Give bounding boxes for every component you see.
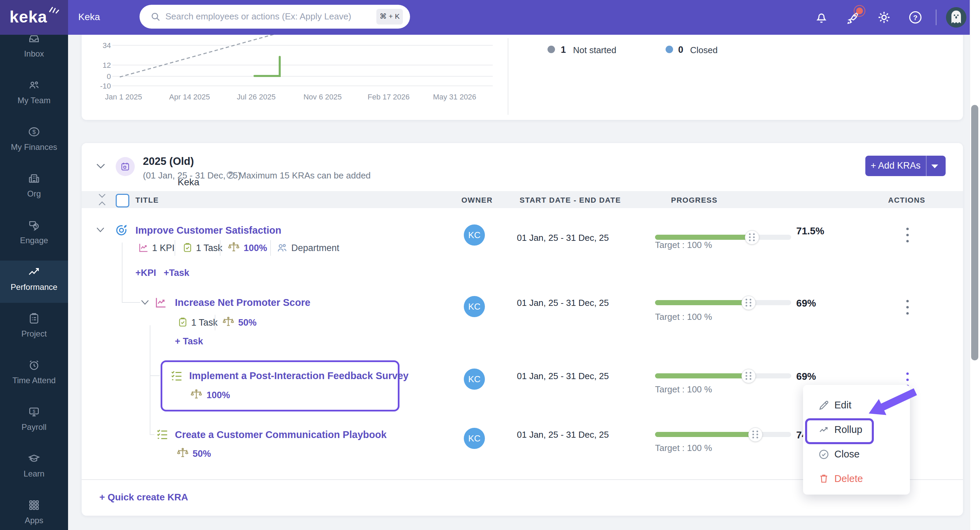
y-tick: 0 bbox=[92, 72, 111, 81]
header-divider bbox=[936, 10, 937, 25]
owner-avatar[interactable]: KC bbox=[464, 225, 485, 246]
row-actions-kebab-icon[interactable] bbox=[903, 298, 912, 317]
expected-progress-dashed-line bbox=[120, 35, 277, 77]
section-max-note: Maximum 15 KRAs can be added bbox=[239, 170, 371, 181]
team-icon bbox=[27, 79, 40, 92]
rocket-badge-dot bbox=[853, 4, 866, 18]
row-dates: 01 Jan, 25 - 31 Dec, 25 bbox=[517, 371, 609, 382]
kra-title-link[interactable]: Improve Customer Satisfaction bbox=[135, 225, 282, 236]
weight-scale-icon bbox=[176, 447, 189, 460]
checklist-icon bbox=[156, 428, 169, 441]
progress-drag-handle[interactable] bbox=[741, 369, 756, 383]
sidebar-item-time-attend[interactable]: Time Attend bbox=[0, 354, 68, 396]
user-avatar[interactable] bbox=[946, 7, 966, 27]
tree-line bbox=[150, 325, 150, 435]
add-task-link[interactable]: + Task bbox=[175, 336, 203, 347]
x-tick: Feb 17 2026 bbox=[361, 93, 416, 102]
settings-gear-icon[interactable] bbox=[877, 10, 891, 25]
global-search[interactable]: Search employees or actions (Ex: Apply L… bbox=[140, 5, 410, 29]
task-title-link[interactable]: Create a Customer Communication Playbook bbox=[175, 429, 387, 441]
sidebar-item-apps[interactable]: Apps bbox=[0, 494, 68, 530]
kpi-title-link[interactable]: Increase Net Promoter Score bbox=[175, 297, 310, 308]
weight-value: 100% bbox=[207, 390, 230, 401]
sidebar-item-engage[interactable]: Engage bbox=[0, 214, 68, 256]
notifications-bell-icon[interactable] bbox=[814, 10, 829, 25]
meta-separator bbox=[215, 315, 215, 330]
grad-cap-icon bbox=[27, 452, 40, 465]
sidebar-item-performance[interactable]: Performance bbox=[0, 260, 68, 303]
help-icon[interactable]: ? bbox=[908, 10, 923, 25]
row-actions-kebab-icon[interactable] bbox=[903, 225, 912, 244]
select-all-checkbox[interactable] bbox=[116, 194, 129, 208]
alarm-clock-icon bbox=[27, 359, 40, 372]
row-expand-chevron-icon[interactable] bbox=[140, 299, 150, 305]
task-count: 1 Task bbox=[196, 243, 223, 254]
trend-up-icon bbox=[27, 265, 40, 278]
chart-gridlines bbox=[112, 45, 493, 86]
kpi-chart-icon bbox=[138, 242, 150, 254]
x-tick: Jan 1 2025 bbox=[96, 93, 151, 102]
logo-spark-icon bbox=[47, 4, 60, 16]
stray-tooltip-text: Keka bbox=[178, 177, 199, 188]
building-icon bbox=[27, 172, 40, 185]
menu-delete-label: Delete bbox=[834, 473, 863, 484]
info-icon[interactable] bbox=[226, 171, 235, 179]
progress-drag-handle[interactable] bbox=[745, 230, 759, 244]
section-collapse-chevron-icon[interactable] bbox=[96, 163, 105, 170]
y-tick: 12 bbox=[92, 61, 111, 70]
top-header-bar: keka Keka Search employees or actions (E… bbox=[0, 0, 980, 35]
progress-fill bbox=[655, 235, 752, 240]
weight-scale-icon bbox=[227, 241, 240, 254]
progress-percent: 71.5% bbox=[796, 225, 824, 237]
owner-avatar[interactable]: KC bbox=[464, 296, 485, 317]
x-tick: May 31 2026 bbox=[427, 93, 482, 102]
progress-fill bbox=[655, 373, 749, 378]
progress-fill bbox=[655, 432, 756, 437]
owner-avatar[interactable]: KC bbox=[464, 369, 485, 390]
progress-target: Target : 100 % bbox=[655, 443, 712, 453]
sidebar-item-my-team[interactable]: My Team bbox=[0, 74, 68, 116]
svg-text:$: $ bbox=[33, 409, 35, 414]
weight-scale-icon bbox=[190, 388, 203, 401]
search-placeholder: Search employees or actions (Ex: Apply L… bbox=[165, 11, 351, 22]
weight-value: 100% bbox=[243, 243, 267, 254]
pencil-icon bbox=[818, 399, 830, 411]
row-expand-chevron-icon[interactable] bbox=[96, 227, 105, 233]
add-task-link[interactable]: +Task bbox=[164, 268, 189, 278]
add-kras-dropdown-caret-icon[interactable] bbox=[931, 164, 938, 168]
quick-create-kra-link[interactable]: + Quick create KRA bbox=[99, 492, 188, 503]
col-progress: PROGRESS bbox=[671, 196, 718, 205]
y-tick: -10 bbox=[92, 82, 111, 91]
logo-box[interactable]: keka bbox=[0, 0, 68, 35]
task-title-link[interactable]: Implement a Post-Interaction Feedback Su… bbox=[189, 370, 409, 382]
svg-text:?: ? bbox=[913, 14, 918, 21]
legend-not-started-count: 1 bbox=[561, 45, 566, 55]
progress-drag-handle[interactable] bbox=[741, 296, 756, 310]
add-kras-button[interactable]: + Add KRAs bbox=[865, 156, 946, 176]
sidebar-item-project[interactable]: Project bbox=[0, 307, 68, 350]
collapse-all-icon[interactable] bbox=[98, 193, 107, 206]
add-kpi-link[interactable]: +KPI bbox=[135, 268, 156, 278]
sidebar-item-org[interactable]: Org bbox=[0, 167, 68, 209]
sidebar: Inbox My Team $ My Finances Org bbox=[0, 35, 68, 530]
tree-line bbox=[122, 302, 140, 303]
progress-track bbox=[655, 373, 791, 378]
scrollbar-thumb[interactable] bbox=[971, 105, 978, 360]
kpi-count: 1 KPI bbox=[152, 243, 175, 254]
menu-close-label: Close bbox=[834, 449, 859, 460]
goal-cycle-badge bbox=[116, 157, 135, 176]
sidebar-item-my-finances[interactable]: $ My Finances bbox=[0, 121, 68, 163]
menu-item-close[interactable]: Close bbox=[810, 444, 903, 464]
tree-line bbox=[122, 243, 123, 303]
menu-item-delete[interactable]: Delete bbox=[810, 469, 903, 489]
progress-drag-handle[interactable] bbox=[748, 428, 762, 442]
meta-separator bbox=[220, 240, 221, 256]
svg-text:$: $ bbox=[32, 128, 36, 135]
progress-target: Target : 100 % bbox=[655, 312, 712, 322]
owner-avatar[interactable]: KC bbox=[464, 428, 485, 449]
row-dates: 01 Jan, 25 - 31 Dec, 25 bbox=[517, 298, 609, 308]
sidebar-item-learn[interactable]: Learn bbox=[0, 447, 68, 490]
section-title: 2025 (Old) bbox=[143, 155, 194, 168]
weight-value: 50% bbox=[238, 318, 256, 328]
sidebar-item-payroll[interactable]: $ Payroll bbox=[0, 401, 68, 443]
